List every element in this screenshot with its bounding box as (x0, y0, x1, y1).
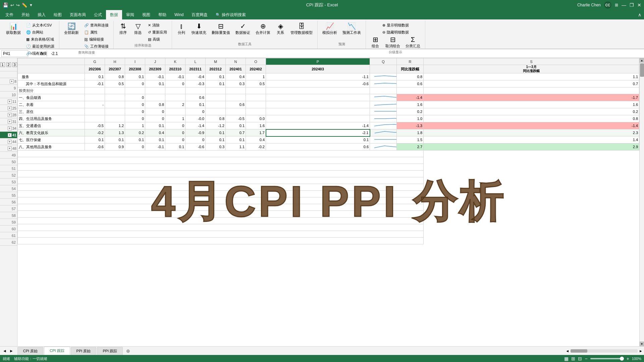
remove-dup-button[interactable]: ⊟ 删除重复值 (210, 22, 232, 36)
cell-p8[interactable]: -1.1 (266, 73, 370, 80)
cell-q11[interactable] (370, 94, 397, 101)
cell-g41[interactable]: -0.2 (85, 129, 105, 136)
cell-s10[interactable] (424, 87, 639, 94)
minimize-button[interactable]: — (622, 2, 626, 8)
cell-g25[interactable]: - (85, 101, 105, 108)
cell-h48[interactable]: 0.9 (105, 143, 125, 150)
layout-icon[interactable]: ⊞ (615, 3, 618, 7)
cell-empty-61[interactable] (18, 231, 424, 238)
cell-g28[interactable] (85, 108, 105, 115)
col-header-s[interactable]: S (424, 58, 639, 65)
cell-l10[interactable] (185, 87, 206, 94)
tab-pagelayout[interactable]: 页面布局 (66, 10, 90, 19)
cell-i44[interactable]: 0.1 (125, 136, 145, 143)
cell-k11[interactable] (165, 94, 185, 101)
undo-icon[interactable]: ↩ (10, 3, 14, 8)
sort-button[interactable]: ⇅ 排序 (116, 22, 130, 36)
col-header-r[interactable]: R (397, 58, 424, 65)
cell-p28[interactable] (266, 108, 370, 115)
tab-formulas[interactable]: 公式 (90, 10, 106, 19)
cell-i34[interactable]: 1 (125, 122, 145, 129)
col-header-q[interactable]: Q (370, 58, 397, 65)
cell-s25[interactable]: 1.6 (424, 101, 639, 108)
cell-s11[interactable]: -1.7 (424, 94, 639, 101)
cell-j48[interactable]: -0.1 (145, 143, 165, 150)
cell-s28[interactable]: 0.2 (424, 108, 639, 115)
cell-g11[interactable] (85, 94, 105, 101)
split-col-button[interactable]: ⫿ 分列 (175, 22, 188, 36)
cell-h9[interactable]: 0.5 (105, 80, 125, 87)
cell-s1[interactable]: 1—3月同比涨跌幅 (424, 65, 639, 73)
cell-h44[interactable]: 0.1 (105, 136, 125, 143)
cell-k25[interactable]: 2 (165, 101, 185, 108)
cell-g34[interactable]: -0.5 (85, 122, 105, 129)
cell-i25[interactable]: 0 (125, 101, 145, 108)
sheet-tab-cpi-original[interactable]: CPI 原始 (17, 347, 43, 355)
expand-btn-11[interactable]: + (8, 100, 12, 104)
cell-empty-55[interactable] (18, 191, 424, 197)
cell-r10[interactable] (397, 87, 424, 94)
filter-button[interactable]: ▽ 筛选 (131, 22, 145, 36)
cell-q48[interactable] (370, 143, 397, 150)
cell-j34[interactable]: 0.1 (145, 122, 165, 129)
cell-q8[interactable] (370, 73, 397, 80)
cell-empty-49[interactable] (18, 150, 424, 157)
cell-n1[interactable]: 202401 (226, 65, 246, 73)
col-header-m[interactable]: M (206, 58, 226, 65)
cell-s31[interactable]: 0.8 (424, 115, 639, 122)
cell-i9[interactable]: 0 (125, 80, 145, 87)
reapply-button[interactable]: ↺重新应用 (146, 29, 169, 36)
cell-o44[interactable]: 0.4 (246, 136, 266, 143)
tab-home[interactable]: 开始 (17, 10, 34, 19)
cell-n31[interactable]: -0.5 (226, 115, 246, 122)
cell-j31[interactable]: 0 (145, 115, 165, 122)
cell-s48[interactable]: 2.9 (424, 143, 639, 150)
cell-h34[interactable]: 1.2 (105, 122, 125, 129)
cell-r34[interactable]: -1.3 (397, 122, 424, 129)
cell-l8[interactable]: -0.4 (185, 73, 206, 80)
outline-level-1[interactable]: 1 (0, 62, 5, 67)
cell-i31[interactable]: 0 (125, 115, 145, 122)
cell-n10[interactable] (226, 87, 246, 94)
cell-a25-label[interactable]: 二、衣着 (18, 101, 85, 108)
show-detail-button[interactable]: ⊕显示明细数据 (380, 22, 411, 28)
ribbon-collapse-icon[interactable]: ∧ (638, 12, 641, 17)
forecast-sheet-button[interactable]: 📉 预测工作表 (340, 22, 363, 36)
cell-n34[interactable]: 0.1 (226, 122, 246, 129)
cell-o1[interactable]: 202402 (246, 65, 266, 73)
cell-s8[interactable]: 1.1 (424, 73, 639, 80)
cell-o31[interactable]: 0.0 (246, 115, 266, 122)
cell-h28[interactable] (105, 108, 125, 115)
cell-s44[interactable]: 1.4 (424, 136, 639, 143)
cell-p1[interactable]: 202403 (266, 65, 370, 73)
cell-j28[interactable]: 0 (145, 108, 165, 115)
title-bar-right-icons[interactable]: Charlie Chen CC ⊞ — ❐ ✕ (577, 1, 641, 9)
cell-r9[interactable]: 0.6 (397, 80, 424, 87)
cell-label-1[interactable] (18, 65, 85, 73)
cell-i48[interactable]: 0 (125, 143, 145, 150)
cell-j41[interactable]: 0.4 (145, 129, 165, 136)
cell-s34[interactable]: -1.4 (424, 122, 639, 129)
consolidate-button[interactable]: ⊕ 合并计算 (254, 22, 272, 36)
tab-draw[interactable]: 绘图 (50, 10, 66, 19)
next-sheet-button[interactable]: ► (8, 349, 15, 353)
cell-h10[interactable] (105, 87, 125, 94)
cell-q25[interactable] (370, 101, 397, 108)
tab-search[interactable]: 🔍操作说明搜索 (212, 10, 250, 19)
cell-i1[interactable]: 202308 (125, 65, 145, 73)
tab-wind[interactable]: Wind (170, 10, 187, 19)
cell-h31[interactable] (105, 115, 125, 122)
page-layout-view-button[interactable]: ⊞ (571, 356, 575, 361)
cell-q1[interactable] (370, 65, 397, 73)
cell-k9[interactable]: 0 (165, 80, 185, 87)
cell-l28[interactable]: 0 (185, 108, 206, 115)
cell-l44[interactable]: 0 (185, 136, 206, 143)
cell-q44[interactable] (370, 136, 397, 143)
cell-l9[interactable]: -0.3 (185, 80, 206, 87)
cell-g10[interactable] (85, 87, 105, 94)
col-header-a[interactable] (18, 58, 85, 65)
cell-r11[interactable]: -1.4 (397, 94, 424, 101)
cell-l11[interactable]: 0.6 (185, 94, 206, 101)
cell-p41[interactable]: -2.1 (266, 129, 370, 136)
from-web-button[interactable]: 🌐自网站 (24, 29, 56, 36)
